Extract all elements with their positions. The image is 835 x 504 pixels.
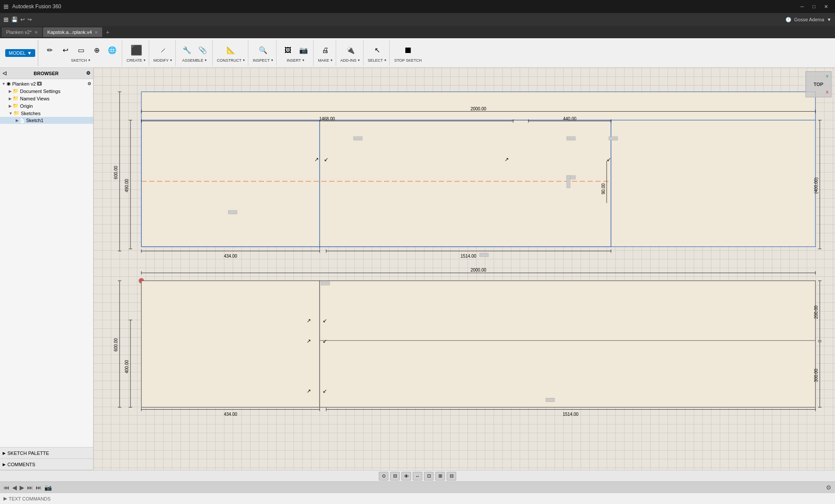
select-btn[interactable]: ↖ [371,43,384,57]
sketch-globe-btn[interactable]: 🌐 [105,43,119,57]
svg-rect-2 [611,120,815,247]
modify-label[interactable]: MODIFY ▼ [154,58,173,63]
make-3dprint-btn[interactable]: 🖨 [318,43,332,57]
collapse-btn[interactable]: ◁ [3,70,6,76]
stop-sketch-btn[interactable]: ⏹ [401,43,415,57]
stop-sketch-group: ⏹ STOP SKETCH [391,40,424,66]
zoom-out-btn[interactable]: ⊟ [390,472,400,481]
tree-label-docsettings: Document Settings [20,89,60,94]
tab-planken[interactable]: Planken v2* ✕ [2,27,42,37]
addins-btn[interactable]: 🔌 [344,43,357,57]
fit-btn[interactable]: ⊙ [379,472,388,481]
timeline-next-btn[interactable]: ⏭ [27,484,33,491]
sketch-icon-btn[interactable]: ✏ [43,43,57,57]
construct-plane-btn[interactable]: 📐 [224,43,238,57]
timeline-settings-icon[interactable]: ⚙ [826,484,832,491]
tree-item-sketches[interactable]: ▼ 📁 Sketches [0,109,93,117]
timeline-prev-btn[interactable]: ◀ [12,484,17,491]
user-dropdown-icon[interactable]: ▼ [827,17,832,22]
close-btn[interactable]: ✕ [821,4,832,10]
sketch-globe-icon: 🌐 [106,44,118,56]
tree-item-docsettings[interactable]: ▶ 📁 Document Settings [0,87,93,95]
look-at-btn[interactable]: 👁 [401,472,411,481]
insert-label[interactable]: INSERT ▼ [287,58,305,63]
x-axis-label: X [826,90,828,94]
tree-item-namedviews[interactable]: ▶ 📁 Named Views [0,95,93,102]
svg-text:↗: ↗ [314,318,319,325]
tree-item-origin[interactable]: ▶ 📁 Origin [0,102,93,109]
comments-label: COMMENTS [7,462,35,467]
select-label[interactable]: SELECT ▼ [368,58,387,63]
stop-sketch-label[interactable]: STOP SKETCH [394,58,421,63]
svg-text:600.00: 600.00 [114,338,118,351]
folder-icon-namedviews: 📁 [13,96,19,101]
display-settings-btn[interactable]: ⊞ [435,472,445,481]
canvas-area[interactable]: 2000.00 1468.00 440.00 490.00 600.00 90 [94,68,835,470]
timeline-start-btn[interactable]: ⏮ [3,484,10,491]
view-cube[interactable]: TOP X Y [805,71,832,97]
orbit-btn[interactable]: ↔ [413,472,422,481]
tree-label-sketches: Sketches [21,111,40,116]
modify-press-icon: ⟋ [157,44,169,56]
sketch-circle-btn[interactable]: ⊕ [90,43,104,57]
model-label: MODEL [9,50,26,56]
model-button[interactable]: MODEL ▼ [5,49,35,57]
svg-point-52 [139,278,144,283]
browser-settings-icon[interactable]: ⚙ [86,70,90,76]
sketch-group: ✏ ↩ ▭ ⊕ 🌐 SKETCH ▼ [40,40,122,66]
sketch-rect-btn[interactable]: ▭ [74,43,88,57]
inspect-label[interactable]: INSPECT ▼ [253,58,274,63]
undo-btn[interactable]: ↩ [20,17,25,23]
construct-label[interactable]: CONSTRUCT ▼ [217,58,245,63]
grid-display-btn[interactable]: ⊡ [424,472,434,481]
redo-btn[interactable]: ↪ [27,17,32,23]
make-label[interactable]: MAKE ▼ [318,58,333,63]
svg-text:↙: ↙ [324,156,328,162]
svg-text:↗: ↗ [307,318,311,324]
tab-add-btn[interactable]: + [103,29,112,36]
comments-arrow: ▶ [3,462,6,467]
svg-text:1468.00: 1468.00 [319,116,335,121]
main-area: ◁ BROWSER ⚙ ▼ ◉ Planken v2 ● ⚙ ▶ 📁 Docum… [0,68,835,470]
svg-text:↗: ↗ [307,388,311,394]
tab-close-kapstok[interactable]: ✕ [94,30,98,35]
assemble-component-btn[interactable]: 📎 [196,43,210,57]
svg-rect-7 [567,176,575,179]
sketch-label[interactable]: SKETCH ▼ [71,58,90,63]
assemble-label[interactable]: ASSEMBLE ▼ [182,58,207,63]
sketch-palette-btn[interactable]: ▶ SKETCH PALETTE [0,448,93,459]
main-toolbar: MODEL ▼ ✏ ↩ ▭ ⊕ 🌐 SKETCH ▼ [0,38,835,68]
construct-group: 📐 CONSTRUCT ▼ [214,40,248,66]
assemble-joint-btn[interactable]: 🔧 [180,43,194,57]
create-label[interactable]: CREATE ▼ [127,58,146,63]
visual-style-btn[interactable]: ⊟ [447,472,456,481]
planken-settings-icon[interactable]: ⚙ [87,81,91,86]
maximize-btn[interactable]: □ [809,4,819,10]
comments-btn[interactable]: ▶ COMMENTS [0,459,93,470]
insert-image-btn[interactable]: 🖼 [281,43,295,57]
tree-item-planken[interactable]: ▼ ◉ Planken v2 ● ⚙ [0,80,93,87]
tab-kapstok[interactable]: Kapstok.a...rplank.v4 ✕ [43,27,103,37]
tabs-bar: Planken v2* ✕ Kapstok.a...rplank.v4 ✕ + [0,26,835,38]
save-btn[interactable]: 💾 [11,17,18,23]
tree-item-sketch1[interactable]: ▶ 📄 Sketch1 [0,117,93,124]
browser-tree: ▼ ◉ Planken v2 ● ⚙ ▶ 📁 Document Settings… [0,79,93,447]
minimize-btn[interactable]: ─ [797,4,808,10]
make-3dprint-icon: 🖨 [319,44,331,56]
timeline-end-btn[interactable]: ⏭ [36,484,42,491]
svg-text:↗: ↗ [307,338,311,344]
timeline-play-btn[interactable]: ▶ [20,484,24,491]
insert-canvas-btn[interactable]: 📷 [297,43,311,57]
browser-title: BROWSER [33,71,58,76]
modify-press-btn[interactable]: ⟋ [156,43,170,57]
timeline-capture-btn[interactable]: 📷 [44,484,52,491]
inspect-measure-btn[interactable]: 🔍 [256,43,270,57]
assemble-joint-icon: 🔧 [181,44,193,56]
addins-icon: 🔌 [344,44,357,56]
addins-label[interactable]: ADD-INS ▼ [341,58,361,63]
create-extrude-btn[interactable]: ⬛ [129,43,143,57]
text-commands-bar: ▶ TEXT COMMANDS [0,493,835,504]
sketch-undo-btn[interactable]: ↩ [58,43,72,57]
sketch-svg: 2000.00 1468.00 440.00 490.00 600.00 90 [94,68,835,470]
tab-close-planken[interactable]: ✕ [34,30,38,35]
